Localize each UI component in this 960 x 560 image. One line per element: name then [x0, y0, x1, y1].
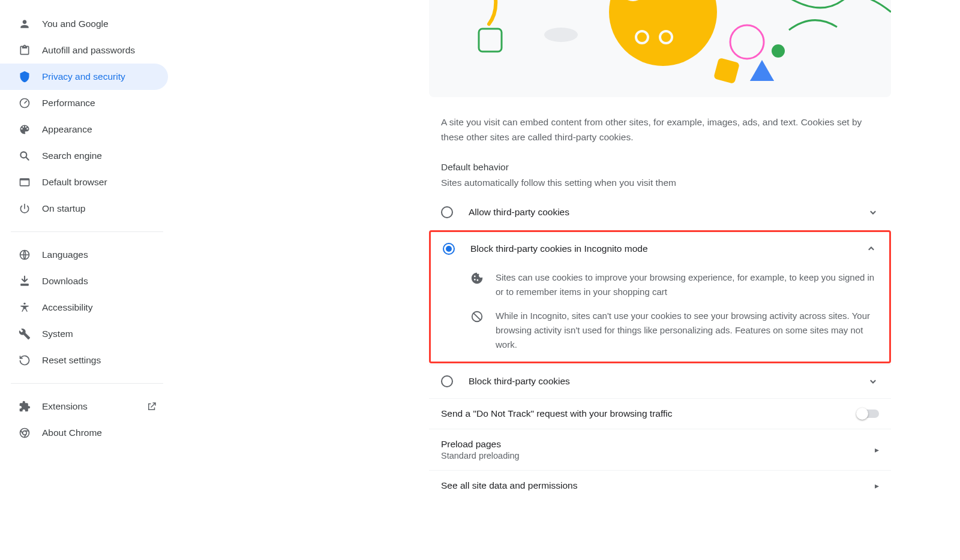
sidebar-item-accessibility[interactable]: Accessibility: [0, 294, 168, 321]
sidebar-item-privacy-security[interactable]: Privacy and security: [0, 64, 168, 90]
sidebar-item-label: Languages: [42, 249, 157, 260]
default-behavior-subheader: Sites automatically follow this setting …: [429, 175, 891, 195]
browser-icon: [18, 176, 31, 189]
shield-icon: [18, 70, 31, 83]
settings-content: A site you visit can embed content from …: [429, 0, 891, 560]
svg-point-15: [772, 44, 785, 58]
option-allow-third-party[interactable]: Allow third-party cookies: [429, 195, 891, 229]
sidebar-item-label: Appearance: [42, 124, 157, 135]
setting-title: Send a "Do Not Track" request with your …: [441, 408, 848, 419]
setting-title: Preload pages: [441, 439, 865, 450]
svg-point-4: [23, 303, 25, 305]
reset-icon: [18, 354, 31, 367]
toggle-off[interactable]: [857, 410, 879, 418]
sidebar-item-label: Search engine: [42, 150, 157, 161]
search-icon: [18, 149, 31, 162]
sidebar-item-you-and-google[interactable]: You and Google: [0, 11, 168, 37]
svg-rect-8: [479, 29, 502, 52]
extension-icon: [18, 400, 31, 413]
sidebar-item-default-browser[interactable]: Default browser: [0, 169, 168, 195]
palette-icon: [18, 123, 31, 136]
arrow-right-icon: ▸: [875, 445, 879, 454]
chevron-up-icon[interactable]: [865, 243, 877, 255]
setting-site-data[interactable]: See all site data and permissions ▸: [429, 470, 891, 501]
accessibility-icon: [18, 301, 31, 314]
sidebar-item-label: Downloads: [42, 276, 157, 287]
hero-illustration: [429, 0, 891, 97]
chevron-down-icon[interactable]: [867, 375, 879, 387]
svg-point-14: [730, 25, 764, 59]
block-icon: [470, 310, 484, 323]
sidebar-item-label: Extensions: [42, 401, 136, 412]
chevron-down-icon[interactable]: [867, 206, 879, 218]
clipboard-icon: [18, 44, 31, 57]
wrench-icon: [18, 327, 31, 341]
detail-text: While in Incognito, sites can't use your…: [496, 309, 877, 352]
sidebar-item-downloads[interactable]: Downloads: [0, 268, 168, 294]
option-block-all[interactable]: Block third-party cookies: [429, 365, 891, 398]
sidebar-item-about-chrome[interactable]: About Chrome: [0, 420, 168, 446]
sidebar-item-appearance[interactable]: Appearance: [0, 116, 168, 143]
sidebar-item-label: System: [42, 329, 157, 339]
setting-text: Preload pages Standard preloading: [441, 439, 865, 460]
radio-selected[interactable]: [443, 243, 455, 255]
sidebar-item-label: Privacy and security: [42, 71, 157, 82]
sidebar-item-reset[interactable]: Reset settings: [0, 347, 168, 374]
option-label: Allow third-party cookies: [469, 207, 851, 218]
detail-incognito-block: While in Incognito, sites can't use your…: [431, 304, 889, 362]
sidebar-item-label: Autofill and passwords: [42, 45, 157, 56]
detail-cookie-use: Sites can use cookies to improve your br…: [431, 266, 889, 304]
globe-icon: [18, 248, 31, 261]
highlighted-option-box: Block third-party cookies in Incognito m…: [429, 230, 891, 363]
settings-sidebar: You and Google Autofill and passwords Pr…: [0, 0, 174, 560]
sidebar-divider: [11, 231, 163, 232]
sidebar-item-languages[interactable]: Languages: [0, 242, 168, 268]
sidebar-group-bottom: Extensions About Chrome: [0, 390, 174, 450]
default-behavior-header: Default behavior: [429, 157, 891, 175]
sidebar-item-label: Reset settings: [42, 355, 157, 366]
svg-marker-18: [750, 60, 774, 81]
svg-rect-16: [713, 58, 740, 84]
setting-preload-pages[interactable]: Preload pages Standard preloading ▸: [429, 429, 891, 470]
sidebar-item-label: On startup: [42, 203, 157, 214]
sidebar-group-main: You and Google Autofill and passwords Pr…: [0, 7, 174, 225]
option-label: Block third-party cookies: [469, 376, 851, 387]
main-content-area: A site you visit can embed content from …: [174, 0, 960, 560]
option-block-incognito[interactable]: Block third-party cookies in Incognito m…: [431, 232, 889, 266]
sidebar-item-system[interactable]: System: [0, 321, 168, 347]
speedometer-icon: [18, 97, 31, 110]
sidebar-item-label: About Chrome: [42, 427, 157, 438]
sidebar-item-autofill[interactable]: Autofill and passwords: [0, 37, 168, 64]
sidebar-item-extensions[interactable]: Extensions: [0, 393, 168, 420]
person-icon: [18, 17, 31, 31]
setting-text: Send a "Do Not Track" request with your …: [441, 408, 848, 419]
cookie-icon: [470, 272, 484, 285]
sidebar-item-search-engine[interactable]: Search engine: [0, 143, 168, 169]
section-description: A site you visit can embed content from …: [429, 97, 891, 157]
radio-unselected[interactable]: [441, 206, 453, 218]
chrome-icon: [18, 426, 31, 439]
detail-text: Sites can use cookies to improve your br…: [496, 270, 877, 299]
svg-line-20: [473, 313, 481, 320]
option-label: Block third-party cookies in Incognito m…: [470, 243, 850, 254]
download-icon: [18, 275, 31, 288]
svg-line-2: [26, 157, 29, 160]
sidebar-item-label: Default browser: [42, 177, 157, 188]
sidebar-item-performance[interactable]: Performance: [0, 90, 168, 116]
sidebar-item-label: You and Google: [42, 19, 157, 29]
arrow-right-icon: ▸: [875, 481, 879, 490]
setting-text: See all site data and permissions: [441, 480, 865, 491]
setting-title: See all site data and permissions: [441, 480, 865, 491]
radio-unselected[interactable]: [441, 375, 453, 387]
sidebar-item-label: Accessibility: [42, 302, 157, 313]
sidebar-item-label: Performance: [42, 98, 157, 109]
external-link-icon: [146, 401, 157, 412]
sidebar-item-on-startup[interactable]: On startup: [0, 195, 168, 222]
setting-do-not-track[interactable]: Send a "Do Not Track" request with your …: [429, 398, 891, 429]
sidebar-divider: [11, 383, 163, 384]
power-icon: [18, 202, 31, 215]
svg-point-7: [544, 28, 578, 42]
sidebar-group-advanced: Languages Downloads Accessibility System…: [0, 238, 174, 377]
setting-subtitle: Standard preloading: [441, 451, 865, 460]
